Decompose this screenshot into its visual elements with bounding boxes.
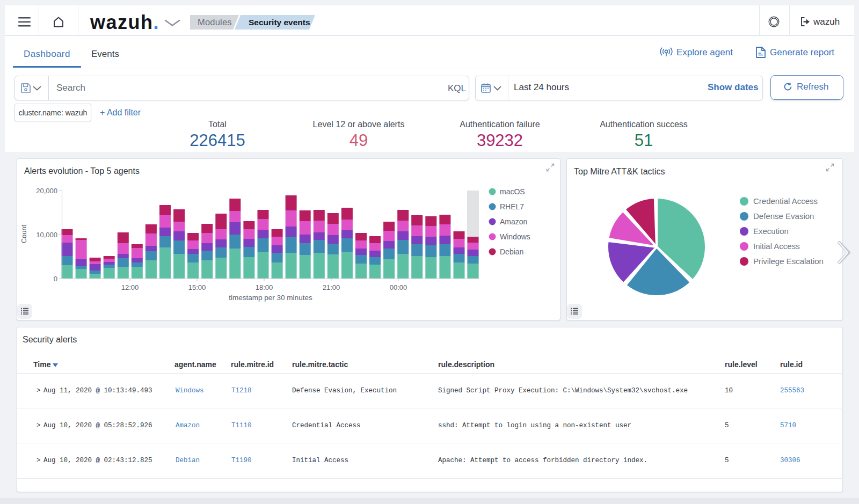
svg-text:Debian: Debian (500, 247, 523, 256)
svg-text:Defense Evasion: Defense Evasion (753, 211, 814, 221)
svg-text:RHEL7: RHEL7 (500, 202, 524, 211)
svg-text:Privilege Escalation: Privilege Escalation (753, 257, 824, 266)
svg-text:20,000: 20,000 (36, 187, 57, 195)
svg-text:12:00: 12:00 (121, 283, 139, 291)
svg-text:18:00: 18:00 (256, 283, 273, 291)
svg-text:10,000: 10,000 (36, 231, 57, 239)
svg-text:Count: Count (20, 224, 28, 243)
svg-text:Initial Access: Initial Access (753, 242, 800, 251)
svg-text:15:00: 15:00 (188, 283, 206, 291)
svg-text:0: 0 (54, 275, 57, 283)
svg-text:Execution: Execution (753, 227, 789, 236)
svg-text:Windows: Windows (500, 232, 530, 241)
svg-text:macOS: macOS (500, 187, 525, 196)
svg-text:timestamp per 30 minutes: timestamp per 30 minutes (229, 294, 312, 302)
svg-text:Credential Access: Credential Access (753, 196, 818, 206)
svg-text:21:00: 21:00 (323, 283, 340, 291)
svg-text:Amazon: Amazon (500, 217, 527, 226)
svg-text:00:00: 00:00 (390, 283, 407, 291)
